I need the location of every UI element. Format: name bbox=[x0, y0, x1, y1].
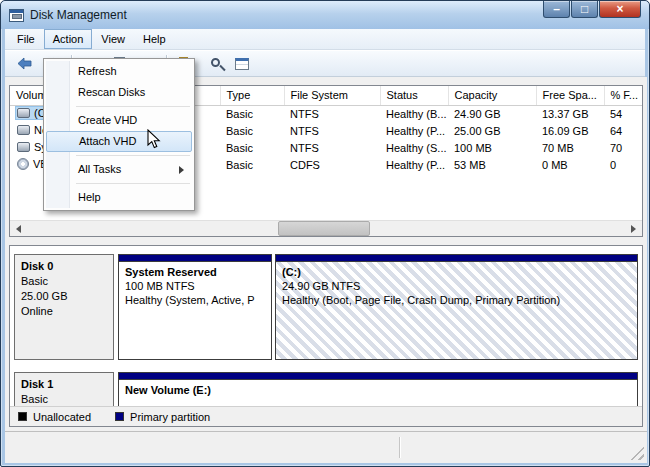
cell-free-space: 70 MB bbox=[536, 139, 604, 156]
maximize-button[interactable]: □ bbox=[571, 1, 598, 18]
menu-action[interactable]: Action bbox=[44, 29, 93, 49]
cell-capacity: 24.90 GB bbox=[448, 105, 536, 122]
close-button[interactable]: × bbox=[599, 1, 641, 18]
cell-type: Basic bbox=[220, 139, 284, 156]
cell-file-system: NTFS bbox=[284, 139, 380, 156]
back-button[interactable] bbox=[11, 53, 37, 75]
disk-0-row: Disk 0 Basic 25.00 GB Online System Rese… bbox=[14, 254, 638, 360]
partition-c[interactable]: (C:) 24.90 GB NTFS Healthy (Boot, Page F… bbox=[275, 254, 638, 360]
menu-item-rescan-disks[interactable]: Rescan Disks bbox=[46, 82, 192, 103]
minimize-button[interactable]: – bbox=[543, 1, 570, 18]
drive-icon bbox=[17, 142, 30, 152]
primary-partition-color-bar bbox=[276, 255, 637, 262]
disk-management-window: Disk Management – □ × File Action View H… bbox=[0, 0, 650, 467]
titlebar[interactable]: Disk Management – □ × bbox=[1, 1, 649, 29]
column-header-file-system[interactable]: File System bbox=[284, 86, 380, 105]
cell-percent-free: 70 bbox=[604, 139, 643, 156]
cell-status: Healthy (B... bbox=[380, 105, 448, 122]
cell-status: Healthy (P... bbox=[380, 122, 448, 139]
scroll-left-button[interactable] bbox=[10, 221, 27, 236]
cell-capacity: 25.00 GB bbox=[448, 122, 536, 139]
primary-partition-color-bar bbox=[119, 255, 271, 262]
cd-rom-icon bbox=[17, 158, 29, 170]
disk-type: Basic bbox=[21, 392, 107, 407]
column-header-free-space[interactable]: Free Spa... bbox=[536, 86, 604, 105]
menu-file[interactable]: File bbox=[8, 29, 44, 49]
legend-label: Unallocated bbox=[33, 411, 91, 423]
partition-detail: 24.90 GB NTFS bbox=[282, 279, 631, 293]
cell-capacity: 100 MB bbox=[448, 139, 536, 156]
cell-file-system: NTFS bbox=[284, 122, 380, 139]
partition-status: Healthy (System, Active, P bbox=[125, 293, 265, 307]
maximize-icon: □ bbox=[581, 3, 588, 15]
disk-type: Basic bbox=[21, 274, 107, 289]
menu-help[interactable]: Help bbox=[134, 29, 175, 49]
pane-splitter[interactable] bbox=[9, 237, 643, 245]
cell-status: Healthy (P... bbox=[380, 156, 448, 173]
scrollbar-thumb[interactable] bbox=[278, 221, 370, 236]
menu-item-create-vhd[interactable]: Create VHD bbox=[46, 110, 192, 131]
scrollbar-track[interactable] bbox=[27, 221, 625, 236]
disk-0-header[interactable]: Disk 0 Basic 25.00 GB Online bbox=[14, 254, 114, 360]
cell-status: Healthy (S... bbox=[380, 139, 448, 156]
cell-file-system: CDFS bbox=[284, 156, 380, 173]
cell-type: Basic bbox=[220, 105, 284, 122]
menu-separator bbox=[76, 106, 190, 107]
action-menu-popup: Refresh Rescan Disks Create VHD Attach V… bbox=[43, 58, 195, 211]
menu-item-label: All Tasks bbox=[78, 163, 121, 175]
cell-percent-free: 0 bbox=[604, 156, 643, 173]
partition-status: Healthy (Boot, Page File, Crash Dump, Pr… bbox=[282, 293, 631, 307]
disk-graphical-pane: Disk 0 Basic 25.00 GB Online System Rese… bbox=[9, 245, 643, 427]
scroll-left-icon bbox=[16, 225, 21, 233]
partition-system-reserved[interactable]: System Reserved 100 MB NTFS Healthy (Sys… bbox=[118, 254, 272, 360]
cell-file-system: NTFS bbox=[284, 105, 380, 122]
cell-type: Basic bbox=[220, 156, 284, 173]
partition-detail: 100 MB NTFS bbox=[125, 279, 265, 293]
menu-separator bbox=[76, 155, 190, 156]
disk-name: Disk 0 bbox=[21, 259, 107, 274]
cell-percent-free: 54 bbox=[604, 105, 643, 122]
cell-percent-free: 64 bbox=[604, 122, 643, 139]
primary-partition-swatch bbox=[115, 412, 124, 421]
disk-0-partitions: System Reserved 100 MB NTFS Healthy (Sys… bbox=[118, 254, 638, 360]
resize-grip-icon[interactable] bbox=[630, 446, 644, 460]
back-icon bbox=[17, 57, 32, 70]
column-header-status[interactable]: Status bbox=[380, 86, 448, 105]
menu-view[interactable]: View bbox=[92, 29, 134, 49]
scroll-right-icon bbox=[631, 225, 636, 233]
properties-icon bbox=[235, 58, 249, 70]
window-controls: – □ × bbox=[543, 1, 641, 18]
horizontal-scrollbar[interactable] bbox=[10, 220, 642, 236]
cell-free-space: 16.09 GB bbox=[536, 122, 604, 139]
menu-item-attach-vhd[interactable]: Attach VHD bbox=[46, 131, 192, 152]
menu-item-refresh[interactable]: Refresh bbox=[46, 61, 192, 82]
legend-label: Primary partition bbox=[130, 411, 210, 423]
properties-button[interactable] bbox=[229, 53, 255, 75]
drive-icon bbox=[17, 125, 30, 135]
scroll-right-button[interactable] bbox=[625, 221, 642, 236]
search-icon bbox=[211, 58, 220, 67]
cell-capacity: 53 MB bbox=[448, 156, 536, 173]
menu-item-all-tasks[interactable]: All Tasks bbox=[46, 159, 192, 180]
partition-legend: Unallocated Primary partition bbox=[10, 406, 642, 426]
minimize-icon: – bbox=[553, 3, 560, 15]
submenu-arrow-icon bbox=[179, 166, 184, 174]
disk-name: Disk 1 bbox=[21, 377, 107, 392]
menubar: File Action View Help bbox=[5, 29, 645, 50]
menu-separator bbox=[76, 183, 190, 184]
close-icon: × bbox=[616, 3, 623, 15]
search-button[interactable] bbox=[201, 53, 227, 75]
partition-title: (C:) bbox=[282, 265, 631, 279]
column-header-capacity[interactable]: Capacity bbox=[448, 86, 536, 105]
status-bar bbox=[5, 431, 647, 463]
column-header-percent-free[interactable]: % F... bbox=[604, 86, 643, 105]
cell-type: Basic bbox=[220, 122, 284, 139]
disk-size: 25.00 GB bbox=[21, 289, 107, 304]
partition-title: System Reserved bbox=[125, 265, 265, 279]
status-bar-divider bbox=[399, 437, 400, 458]
cell-free-space: 0 MB bbox=[536, 156, 604, 173]
partition-title: New Volume (E:) bbox=[125, 383, 631, 397]
menu-item-help[interactable]: Help bbox=[46, 187, 192, 208]
disk-management-app-icon bbox=[9, 9, 24, 22]
column-header-type[interactable]: Type bbox=[220, 86, 284, 105]
